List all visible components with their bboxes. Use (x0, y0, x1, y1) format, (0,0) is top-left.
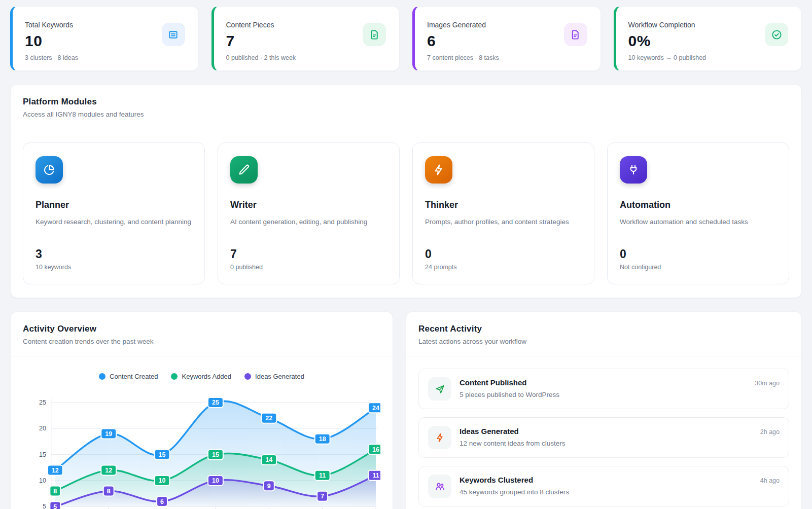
module-value: 3 (36, 247, 192, 261)
platform-modules-panel: Platform Modules Access all IGNY8 module… (10, 84, 802, 298)
file-icon (564, 23, 587, 46)
svg-text:24: 24 (372, 405, 379, 412)
stat-subtext: 0 published · 2 this week (226, 54, 387, 61)
section-subtitle: Content creation trends over the past we… (23, 338, 380, 345)
legend-item-content-created[interactable]: Content Created (99, 373, 158, 380)
stats-row: Total Keywords 10 3 clusters · 8 ideas C… (10, 6, 802, 71)
pie-chart-icon (36, 156, 63, 184)
users-icon (428, 475, 451, 498)
section-title: Platform Modules (23, 97, 789, 107)
stat-card-workflow-completion[interactable]: Workflow Completion 0% 10 keywords → 0 p… (614, 6, 802, 71)
svg-text:15: 15 (159, 451, 166, 458)
module-card-planner[interactable]: Planner Keyword research, clustering, an… (23, 142, 205, 284)
activity-overview-header: Activity Overview Content creation trend… (11, 312, 393, 356)
legend-label: Keywords Added (182, 373, 231, 380)
legend-dot (99, 373, 105, 380)
plug-icon (620, 156, 647, 184)
legend-dot (244, 373, 251, 380)
legend-label: Content Created (110, 373, 158, 380)
chart-area: Content CreatedKeywords AddedIdeas Gener… (11, 356, 393, 509)
legend-label: Ideas Generated (255, 373, 304, 380)
pencil-icon (230, 156, 258, 184)
section-title: Activity Overview (23, 324, 380, 334)
module-value: 0 (620, 247, 776, 261)
svg-text:25: 25 (212, 399, 219, 406)
svg-text:12: 12 (105, 467, 112, 474)
legend-item-ideas-generated[interactable]: Ideas Generated (244, 373, 304, 380)
activity-item-ideas-generated[interactable]: Ideas Generated 2h ago 12 new content id… (418, 417, 789, 458)
stat-subtext: 10 keywords → 0 published (628, 54, 790, 61)
stat-card-images-generated[interactable]: Images Generated 6 7 content pieces · 8 … (412, 6, 601, 71)
module-value: 7 (230, 247, 387, 261)
module-card-writer[interactable]: Writer AI content generation, editing, a… (218, 142, 400, 284)
svg-text:8: 8 (107, 488, 111, 495)
module-name: Planner (36, 200, 192, 210)
legend-dot (171, 373, 178, 380)
lightning-icon (425, 156, 452, 184)
activity-description: 45 keywords grouped into 8 clusters (460, 488, 780, 496)
module-description: Prompts, author profiles, and content st… (425, 217, 582, 239)
svg-text:15: 15 (39, 451, 46, 458)
activity-overview-panel: Activity Overview Content creation trend… (10, 311, 393, 509)
module-description: Workflow automation and scheduled tasks (620, 217, 776, 239)
bottom-row: Activity Overview Content creation trend… (10, 298, 802, 509)
activity-list: Content Published 30m ago 5 pieces publi… (406, 356, 801, 509)
module-name: Writer (230, 200, 387, 210)
svg-text:20: 20 (39, 425, 46, 432)
svg-text:12: 12 (52, 467, 59, 474)
recent-activity-header: Recent Activity Latest actions across yo… (406, 312, 801, 356)
svg-text:25: 25 (39, 399, 46, 406)
activity-item-content-published[interactable]: Content Published 30m ago 5 pieces publi… (418, 369, 789, 409)
module-description: AI content generation, editing, and publ… (230, 217, 387, 239)
module-caption: 0 published (230, 264, 387, 271)
legend-item-keywords-added[interactable]: Keywords Added (171, 373, 231, 380)
recent-activity-panel: Recent Activity Latest actions across yo… (406, 311, 802, 509)
modules-grid: Planner Keyword research, clustering, an… (11, 129, 801, 298)
stat-subtext: 7 content pieces · 8 tasks (427, 54, 588, 61)
svg-text:9: 9 (267, 483, 271, 490)
svg-text:16: 16 (372, 446, 379, 453)
stat-subtext: 3 clusters · 8 ideas (25, 54, 186, 61)
activity-timestamp: 4h ago (760, 477, 780, 484)
stat-card-content-pieces[interactable]: Content Pieces 7 0 published · 2 this we… (211, 6, 400, 71)
activity-item-keywords-clustered[interactable]: Keywords Clustered 4h ago 45 keywords gr… (418, 466, 789, 506)
module-value: 0 (425, 247, 582, 261)
module-caption: Not configured (620, 264, 776, 271)
activity-description: 5 pieces published to WordPress (460, 391, 780, 398)
svg-text:10: 10 (39, 477, 46, 484)
module-caption: 10 keywords (36, 264, 192, 271)
activity-line-chart: MonTueWedThuFriSatSun5101520251219152522… (23, 387, 380, 509)
activity-title: Content Published (460, 378, 527, 387)
section-subtitle: Latest actions across your workflow (418, 338, 789, 345)
send-icon (428, 377, 451, 401)
svg-text:22: 22 (265, 415, 272, 422)
svg-text:19: 19 (105, 430, 112, 438)
file-icon (363, 23, 386, 46)
svg-text:15: 15 (212, 451, 219, 458)
module-card-automation[interactable]: Automation Workflow automation and sched… (607, 142, 789, 284)
activity-title: Ideas Generated (460, 427, 519, 435)
module-caption: 24 prompts (425, 264, 582, 271)
svg-text:7: 7 (321, 493, 324, 500)
activity-description: 12 new content ideas from clusters (460, 440, 780, 447)
svg-text:10: 10 (159, 477, 166, 484)
svg-text:6: 6 (160, 498, 164, 505)
module-name: Automation (620, 200, 776, 210)
lightning-icon (428, 426, 451, 449)
platform-modules-header: Platform Modules Access all IGNY8 module… (11, 85, 801, 129)
dashboard-page: Total Keywords 10 3 clusters · 8 ideas C… (0, 0, 812, 509)
svg-text:11: 11 (372, 472, 379, 479)
svg-text:8: 8 (53, 488, 57, 495)
svg-text:5: 5 (43, 503, 46, 509)
activity-title: Keywords Clustered (460, 476, 533, 484)
stat-card-total-keywords[interactable]: Total Keywords 10 3 clusters · 8 ideas (10, 6, 199, 71)
svg-text:5: 5 (53, 503, 57, 509)
module-name: Thinker (425, 200, 582, 210)
check-circle-icon (765, 23, 788, 46)
module-card-thinker[interactable]: Thinker Prompts, author profiles, and co… (412, 142, 594, 284)
activity-timestamp: 2h ago (760, 428, 780, 435)
list-icon (162, 23, 185, 46)
section-title: Recent Activity (418, 324, 789, 334)
svg-text:18: 18 (319, 435, 326, 443)
chart-legend: Content CreatedKeywords AddedIdeas Gener… (23, 373, 380, 380)
